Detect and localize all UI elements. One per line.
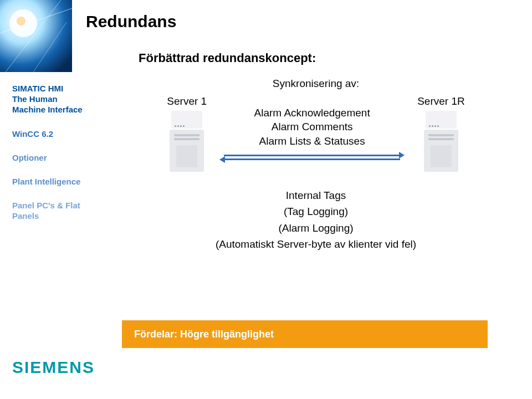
diagram: Synkronisering av: Server 1 Alarm Acknow… (122, 78, 510, 253)
svg-rect-0 (0, 0, 72, 72)
auto-switch: (Automatiskt Server-byte av klienter vid… (122, 236, 510, 252)
sync-alarm-ack: Alarm Acknowledgement (254, 106, 370, 120)
sync-alarm-comments: Alarm Comments (254, 120, 370, 134)
footer-text: Fördelar: Högre tillgänglighet (134, 329, 274, 340)
server-left-label: Server 1 (167, 95, 207, 108)
server-icon (424, 111, 458, 172)
corner-graphic (0, 0, 72, 72)
svg-point-5 (17, 17, 25, 25)
internal-tags: Internal Tags (122, 187, 510, 203)
subtitle: Förbättrad redundanskoncept: (139, 51, 316, 65)
brand-logo: SIEMENS (12, 358, 95, 377)
sidebar: SIMATIC HMI The Human Machine Interface … (12, 83, 106, 235)
footer-band: Fördelar: Högre tillgänglighet (122, 320, 488, 348)
server-right-label: Server 1R (417, 95, 465, 108)
page-title: Redundans (86, 12, 176, 31)
sync-heading: Synkronisering av: (122, 78, 510, 90)
server-icon (170, 111, 204, 172)
tag-logging: (Tag Logging) (122, 203, 510, 219)
sidebar-item-plant-intelligence: Plant Intelligence (12, 176, 106, 187)
tags-block: Internal Tags (Tag Logging) (Alarm Loggi… (122, 187, 510, 253)
sync-alarm-lists: Alarm Lists & Statuses (254, 134, 370, 149)
bidirectional-arrow-icon (221, 154, 403, 161)
sidebar-item-optioner: Optioner (12, 152, 106, 163)
sidebar-item-simatic: SIMATIC HMI The Human Machine Interface (12, 83, 106, 115)
server-left-col: Server 1 (167, 95, 207, 172)
sidebar-item-wincc: WinCC 6.2 (12, 129, 106, 139)
slide: Redundans SIMATIC HMI The Human Machine … (0, 0, 532, 399)
server-right-col: Server 1R (417, 95, 465, 172)
sidebar-item-panel-pcs: Panel PC's & Flat Panels (12, 200, 106, 221)
alarm-logging: (Alarm Logging) (122, 220, 510, 236)
sync-mid-block: Alarm Acknowledgement Alarm Comments Ala… (221, 106, 403, 162)
server-sync-row: Server 1 Alarm Acknowledgement Alarm Com… (122, 95, 510, 172)
